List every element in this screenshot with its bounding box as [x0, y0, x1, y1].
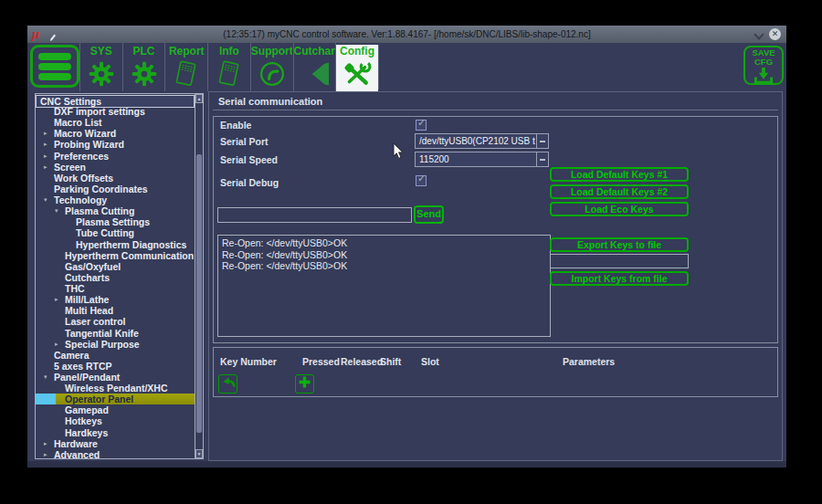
sidebar-item-dxf-import-settings[interactable]: DXF import settings — [36, 106, 195, 117]
sidebar-item-tube-cutting[interactable]: Tube Cutting — [36, 227, 195, 238]
sidebar-item-preferences[interactable]: ▸Preferences — [36, 151, 195, 162]
sidebar-item-label: Camera — [54, 350, 90, 361]
dropdown-arrow-icon[interactable] — [536, 134, 548, 148]
sidebar-item-label: Hypertherm Diagnostics — [76, 239, 186, 250]
serial-port-label: Serial Port — [220, 136, 269, 147]
scrollbar-up-button[interactable]: ▲ — [195, 94, 203, 103]
sidebar-item-work-offsets[interactable]: Work Offsets — [36, 173, 195, 184]
sidebar-item-macro-list[interactable]: Macro List — [36, 117, 195, 128]
sidebar-item-label: Work Offsets — [54, 173, 113, 184]
info-document-icon — [208, 58, 250, 90]
load-eco-keys-button[interactable]: Load Eco Keys — [550, 202, 689, 216]
serial-debug-checkbox[interactable]: ✓ — [416, 175, 427, 186]
sidebar-item-camera[interactable]: Camera — [36, 350, 195, 361]
sidebar-item-label: Hardware — [54, 438, 98, 449]
chevron-right-icon[interactable]: ▸ — [55, 296, 58, 303]
sidebar-item-multi-head[interactable]: Multi Head — [36, 305, 195, 316]
window-bottom-edge — [27, 461, 786, 467]
sidebar-item-probing-wizard[interactable]: ▸Probing Wizard — [36, 139, 195, 150]
sidebar-item-plasma-cutting[interactable]: ▾Plasma Cutting — [36, 205, 195, 216]
scrollbar-thumb[interactable] — [196, 154, 202, 433]
chevron-right-icon[interactable]: ▸ — [55, 341, 58, 348]
sidebar-item-5-axes-rtcp[interactable]: 5 axes RTCP — [36, 361, 195, 372]
close-button[interactable]: ✕ — [769, 28, 781, 40]
main-menu-button[interactable] — [30, 45, 79, 88]
sidebar-item-label: Macro List — [54, 117, 102, 128]
plus-icon — [298, 375, 311, 393]
scrollbar-down-button[interactable]: ▼ — [195, 449, 203, 458]
sidebar-item-cutcharts[interactable]: Cutcharts — [36, 272, 195, 283]
sidebar-scrollbar[interactable]: ▲ ▼ — [195, 94, 203, 458]
undo-icon — [221, 375, 236, 393]
enable-checkbox[interactable]: ✓ — [416, 120, 427, 131]
config-tools-icon — [336, 58, 378, 90]
load-default-keys-1-button[interactable]: Load Default Keys #1 — [550, 167, 689, 182]
chevron-right-icon[interactable]: ▸ — [44, 451, 47, 458]
titlebar[interactable]: μ (12:35:17) myCNC control software. Ver… — [27, 26, 786, 44]
keys-filename-input[interactable] — [550, 254, 689, 268]
sidebar-item-label: Hardkeys — [65, 427, 108, 438]
column-header-released: Released — [341, 356, 383, 367]
chevron-down-icon[interactable]: ▾ — [44, 196, 47, 204]
sidebar-item-label: Plasma Settings — [76, 216, 150, 227]
sidebar-item-wireless-pendant-xhc[interactable]: Wireless Pendant/XHC — [36, 383, 195, 394]
add-key-button[interactable] — [295, 374, 314, 394]
mouse-cursor — [393, 142, 405, 163]
tab-report[interactable]: Report — [164, 43, 207, 91]
tab-label: Info — [208, 45, 250, 58]
sidebar-item-tangential-knife[interactable]: Tangential Knife — [36, 328, 195, 339]
serial-speed-combobox[interactable]: 115200 — [415, 152, 549, 167]
sidebar-item-label: Preferences — [54, 151, 109, 162]
sidebar-item-panel-pendant[interactable]: ▾Panel/Pendant — [36, 372, 195, 383]
undo-button[interactable] — [218, 374, 237, 394]
tab-cutcharts[interactable]: Cutcharts — [293, 43, 336, 91]
chevron-right-icon[interactable]: ▸ — [44, 440, 47, 447]
section-title: Serial communication — [218, 96, 322, 107]
sidebar-item-plasma-settings[interactable]: Plasma Settings — [36, 216, 195, 227]
section-divider — [213, 110, 778, 110]
sidebar-item-label: THC — [65, 283, 85, 294]
tab-sys[interactable]: SYS — [79, 43, 122, 91]
sidebar-item-gamepad[interactable]: Gamepad — [36, 404, 195, 415]
sidebar-item-label: Operator Panel — [65, 394, 133, 404]
command-input[interactable] — [217, 207, 412, 223]
cutcharts-pie-icon — [294, 58, 336, 90]
chevron-right-icon[interactable]: ▸ — [44, 152, 47, 160]
save-cfg-button[interactable]: SAVE CFG — [743, 46, 784, 85]
sidebar-item-macro-wizard[interactable]: ▸Macro Wizard — [36, 128, 195, 139]
tab-config[interactable]: Config — [335, 43, 378, 91]
chevron-right-icon[interactable]: ▸ — [44, 141, 47, 148]
tab-support[interactable]: Support — [250, 43, 293, 91]
chevron-right-icon[interactable]: ▸ — [44, 163, 47, 171]
sidebar-item-hypertherm-diagnostics[interactable]: Hypertherm Diagnostics — [36, 239, 195, 250]
sidebar-item-mill-lathe[interactable]: ▸Mill/Lathe — [36, 294, 195, 305]
tab-info[interactable]: Info — [207, 43, 250, 91]
sidebar-item-operator-panel[interactable]: Operator Panel — [36, 394, 195, 404]
send-button[interactable]: Send — [414, 205, 444, 224]
chevron-down-icon[interactable]: ▾ — [55, 207, 58, 215]
tab-plc[interactable]: PLC — [122, 43, 165, 91]
sidebar-item-technology[interactable]: ▾Technology — [36, 194, 195, 205]
chevron-down-icon[interactable]: ▾ — [44, 373, 47, 381]
sidebar-item-hotkeys[interactable]: Hotkeys — [36, 415, 195, 426]
sidebar-item-hypertherm-communication[interactable]: Hypertherm Communication — [36, 250, 195, 261]
support-phone-icon — [251, 58, 293, 90]
enable-label: Enable — [220, 120, 251, 131]
sidebar-item-parking-coordinates[interactable]: Parking Coordinates — [36, 184, 195, 194]
sidebar-item-hardkeys[interactable]: Hardkeys — [36, 427, 195, 438]
sidebar-item-screen[interactable]: ▸Screen — [36, 162, 195, 173]
sidebar-item-label: Macro Wizard — [54, 128, 116, 139]
sidebar-item-laser-control[interactable]: Laser control — [36, 316, 195, 327]
sidebar-item-advanced[interactable]: ▸Advanced — [36, 449, 195, 458]
load-default-keys-2-button[interactable]: Load Default Keys #2 — [550, 184, 689, 199]
chevron-right-icon[interactable]: ▸ — [44, 130, 47, 137]
log-line: Re-Open: </dev/ttyUSB0>OK — [222, 237, 546, 249]
sidebar-item-hardware[interactable]: ▸Hardware — [36, 438, 195, 449]
export-keys-button[interactable]: Export Keys to file — [550, 237, 689, 252]
sidebar-item-gas-oxyfuel[interactable]: Gas/Oxyfuel — [36, 261, 195, 272]
dropdown-arrow-icon[interactable] — [536, 152, 548, 166]
serial-port-combobox[interactable]: /dev/ttyUSB0(CP2102 USB to UART — [415, 133, 549, 149]
sidebar-item-thc[interactable]: THC — [36, 283, 195, 294]
import-keys-button[interactable]: Import Keys from file — [550, 271, 689, 286]
sidebar-item-special-purpose[interactable]: ▸Special Purpose — [36, 339, 195, 350]
